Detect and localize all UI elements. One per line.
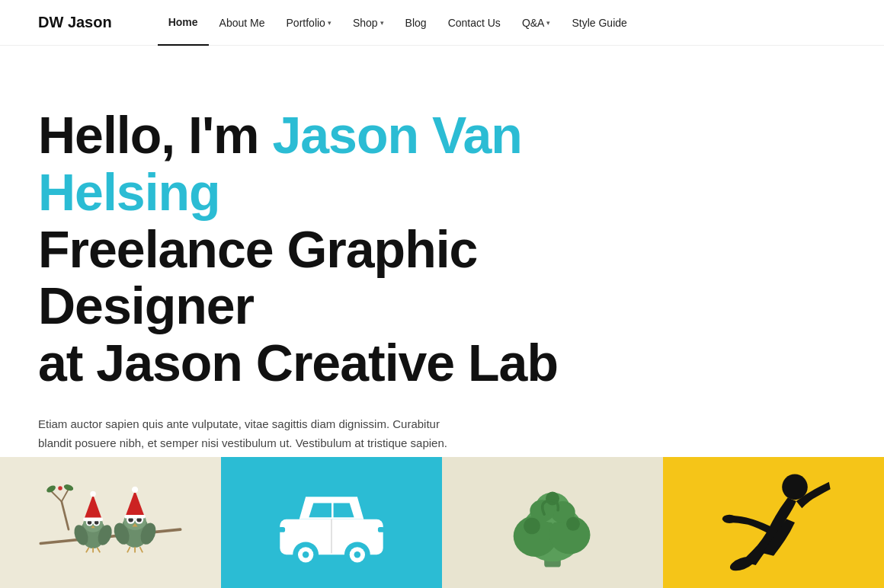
hero-greeting: Hello, I'm: [38, 106, 272, 164]
svg-point-31: [132, 487, 138, 493]
svg-line-36: [140, 547, 143, 552]
nav-item-style-guide[interactable]: Style Guide: [561, 0, 637, 46]
grid-item-tree[interactable]: [442, 457, 663, 588]
site-logo[interactable]: DW Jason: [38, 14, 112, 31]
page-wrapper: DW Jason Home About Me Portfolio ▾ Shop …: [0, 0, 884, 588]
shop-dropdown-icon: ▾: [380, 0, 384, 46]
svg-line-3: [62, 489, 69, 502]
svg-point-59: [722, 515, 737, 523]
svg-line-19: [86, 548, 89, 552]
svg-point-6: [58, 486, 62, 491]
owls-illustration: [27, 481, 194, 564]
svg-marker-14: [84, 494, 102, 519]
svg-line-1: [62, 502, 69, 530]
nav-item-home[interactable]: Home: [158, 0, 209, 46]
nav-item-portfolio[interactable]: Portfolio ▾: [276, 0, 342, 46]
svg-rect-15: [83, 518, 103, 522]
header: DW Jason Home About Me Portfolio ▾ Shop …: [0, 0, 884, 46]
svg-rect-30: [124, 515, 146, 519]
svg-point-54: [524, 518, 540, 535]
svg-line-34: [127, 547, 130, 552]
svg-line-2: [51, 491, 62, 502]
svg-rect-44: [279, 527, 285, 532]
grid-item-silhouette[interactable]: [663, 457, 884, 588]
qa-dropdown-icon: ▾: [546, 0, 550, 46]
svg-line-21: [98, 548, 101, 552]
nav-item-about[interactable]: About Me: [209, 0, 276, 46]
main-nav: Home About Me Portfolio ▾ Shop ▾ Blog Co…: [158, 0, 638, 46]
car-illustration: [263, 481, 400, 564]
hero-section: Hello, I'm Jason Van Helsing Freelance G…: [0, 46, 686, 518]
hero-subtitle2: at Jason Creative Lab: [38, 334, 558, 391]
svg-point-40: [303, 551, 309, 558]
svg-rect-45: [378, 527, 384, 532]
nav-item-contact[interactable]: Contact Us: [437, 0, 511, 46]
svg-marker-29: [125, 491, 145, 517]
portfolio-dropdown-icon: ▾: [328, 0, 332, 46]
nav-item-qa[interactable]: Q&A ▾: [511, 0, 562, 46]
portfolio-grid: [0, 457, 884, 588]
tree-illustration: [484, 473, 621, 572]
svg-point-16: [90, 491, 95, 497]
nav-item-blog[interactable]: Blog: [395, 0, 437, 46]
grid-item-owls[interactable]: [0, 457, 221, 588]
svg-point-43: [354, 551, 360, 558]
grid-item-car[interactable]: [221, 457, 442, 588]
svg-point-55: [566, 517, 580, 531]
svg-point-5: [63, 484, 75, 492]
hero-subtitle1: Freelance Graphic Designer: [38, 220, 477, 335]
svg-point-4: [46, 484, 57, 494]
silhouette-illustration: [701, 469, 846, 576]
hero-heading: Hello, I'm Jason Van Helsing Freelance G…: [38, 107, 648, 391]
nav-item-shop[interactable]: Shop ▾: [342, 0, 395, 46]
